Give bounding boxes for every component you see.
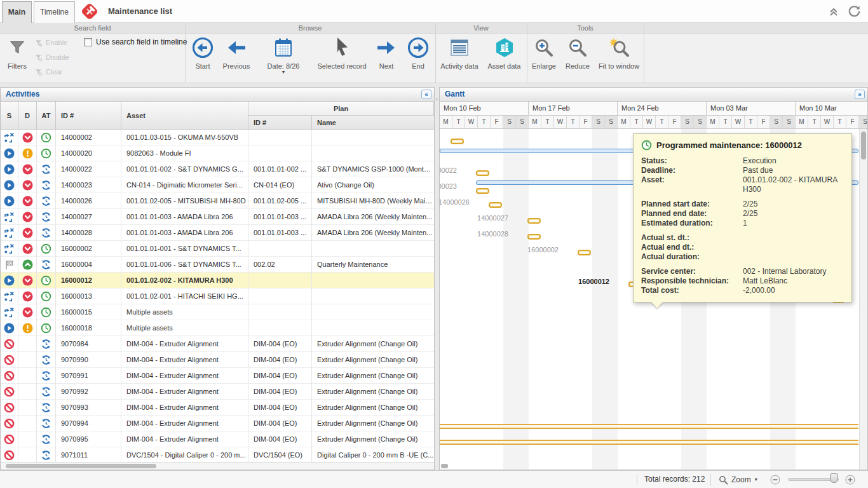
table-row[interactable]: 16000018Multiple assets bbox=[1, 320, 434, 336]
table-row[interactable]: 9070993DIM-004 - Extruder AlignmentDIM-0… bbox=[1, 400, 434, 416]
tab-main[interactable]: Main bbox=[2, 1, 32, 23]
table-row[interactable]: 9070995DIM-004 - Extruder AlignmentDIM-0… bbox=[1, 431, 434, 447]
table-row[interactable]: 16000012001.01.02-002 - KITAMURA H300 bbox=[1, 273, 434, 288]
gantt-continuous-bar[interactable] bbox=[440, 440, 858, 445]
gantt-task-bar[interactable] bbox=[527, 234, 541, 240]
column-header-at[interactable]: AT bbox=[37, 102, 56, 130]
table-row[interactable]: 16000002001.01.01-001 - S&T DYNAMICS T..… bbox=[1, 241, 434, 257]
play-status-icon bbox=[4, 196, 15, 207]
cell-status bbox=[1, 416, 18, 431]
cell-deadline bbox=[18, 320, 37, 336]
reduce-button[interactable]: Reduce bbox=[562, 35, 593, 81]
panel-splitter[interactable]: ‹ bbox=[435, 87, 439, 470]
table-row[interactable]: 14000026001.01.02-005 - MITSUBISHI MH-80… bbox=[1, 193, 434, 209]
group-label-search-field: Search field bbox=[0, 23, 185, 34]
previous-button[interactable]: Previous bbox=[217, 35, 255, 81]
table-row[interactable]: 16000013001.01.02-001 - HITACHI SEIKI HG… bbox=[1, 288, 434, 304]
gantt-day-cell: S bbox=[681, 116, 694, 129]
gantt-vscrollbar[interactable] bbox=[859, 129, 867, 470]
disable-filter-button-disabled: Disable bbox=[34, 52, 69, 62]
table-row[interactable]: 14000023CN-014 - Digimatic Micrometer Se… bbox=[1, 177, 434, 193]
table-row[interactable]: 16000015Multiple assets bbox=[1, 304, 434, 320]
selected-record-button[interactable]: Selected record bbox=[315, 35, 369, 81]
gantt-task-bar[interactable] bbox=[489, 202, 502, 208]
collapse-ribbon-icon[interactable] bbox=[827, 4, 841, 18]
table-row[interactable]: 9070991DIM-004 - Extruder AlignmentDIM-0… bbox=[1, 368, 434, 384]
filters-button[interactable]: Filters bbox=[1, 35, 33, 81]
start-button[interactable]: Start bbox=[188, 35, 217, 81]
zoom-plus-button[interactable] bbox=[845, 475, 855, 485]
collapse-activities-button[interactable]: « bbox=[421, 90, 431, 99]
gantt-day-cell: T bbox=[567, 116, 580, 129]
table-row[interactable]: 14000002001.01.03-015 - OKUMA MV-550VB bbox=[1, 130, 434, 146]
column-header-d[interactable]: D bbox=[18, 102, 37, 130]
gantt-vscroll-thumb[interactable] bbox=[861, 132, 866, 159]
gantt-task-bar[interactable] bbox=[476, 170, 489, 176]
gantt-task-bar[interactable] bbox=[578, 250, 591, 255]
recurring-clock-icon bbox=[41, 434, 51, 445]
column-header-s[interactable]: S bbox=[1, 102, 18, 130]
table-row[interactable]: 9070984DIM-004 - Extruder AlignmentDIM-0… bbox=[1, 336, 434, 352]
fit-to-window-button[interactable]: Fit to window bbox=[596, 35, 642, 81]
zoom-slider-thumb[interactable] bbox=[830, 473, 838, 483]
next-button[interactable]: Next bbox=[372, 35, 401, 81]
column-header-id[interactable]: ID # bbox=[56, 102, 121, 130]
gantt-continuous-bar[interactable] bbox=[440, 424, 858, 429]
cell-activity-type bbox=[37, 352, 56, 368]
date-dropdown-button[interactable]: Date: 8/26 ▾ bbox=[262, 35, 305, 81]
gantt-hscroll-thumb[interactable] bbox=[441, 464, 448, 468]
end-circle-arrow-icon bbox=[403, 35, 433, 60]
cell-id: 16000002 bbox=[56, 241, 121, 257]
zoom-dropdown[interactable]: Zoom ▾ bbox=[719, 471, 757, 488]
cell-activity-type bbox=[37, 177, 56, 193]
cell-activity-type bbox=[37, 241, 56, 257]
tab-timeline[interactable]: Timeline bbox=[34, 1, 75, 23]
end-button[interactable]: End bbox=[403, 35, 433, 81]
column-header-asset[interactable]: Asset bbox=[121, 102, 248, 130]
cell-asset: 001.01.02-002 - KITAMURA H300 bbox=[121, 273, 248, 288]
expand-gantt-button[interactable]: » bbox=[855, 90, 865, 99]
column-header-plan-name[interactable]: Name bbox=[312, 116, 434, 130]
checkbox-box[interactable] bbox=[84, 38, 92, 46]
cell-id: 9070984 bbox=[56, 336, 121, 352]
asset-data-button[interactable]: Asset data bbox=[483, 35, 526, 81]
gantt-task-bar[interactable] bbox=[476, 188, 489, 194]
cell-activity-type bbox=[37, 431, 56, 447]
gantt-week-label: Mon 10 Mar bbox=[796, 102, 867, 116]
table-row[interactable]: 14000027001.01.01-003 - AMADA Libra 2060… bbox=[1, 209, 434, 225]
table-row[interactable]: 16000004001.01.01-006 - S&T DYNAMICS T..… bbox=[1, 257, 434, 273]
table-row[interactable]: 140000209082063 - Module FI bbox=[1, 146, 434, 161]
table-row[interactable]: 9070994DIM-004 - Extruder AlignmentDIM-0… bbox=[1, 416, 434, 431]
cell-asset: CN-014 - Digimatic Micrometer Seri... bbox=[121, 177, 248, 193]
refresh-icon[interactable] bbox=[848, 4, 862, 18]
tooltip-field-label: Asset: bbox=[641, 175, 743, 194]
activity-data-button[interactable]: Activity data bbox=[437, 35, 482, 81]
use-search-field-checkbox[interactable]: Use search field in timeline bbox=[84, 37, 187, 46]
enlarge-button[interactable]: Enlarge bbox=[527, 35, 560, 81]
past-due-icon bbox=[22, 164, 33, 175]
activities-hscrollbar[interactable] bbox=[1, 462, 434, 470]
ribbon-toolbar: Search field Browse View Tools Filters E… bbox=[0, 23, 868, 83]
gantt-day-cell: M bbox=[529, 116, 541, 129]
gantt-task-bar[interactable] bbox=[527, 218, 541, 224]
cell-activity-type bbox=[37, 209, 56, 225]
zoom-minus-button[interactable] bbox=[770, 475, 780, 485]
cancelled-status-icon bbox=[4, 355, 15, 365]
tooltip-field-label: Planned end date: bbox=[641, 209, 743, 219]
cell-activity-type bbox=[37, 273, 56, 288]
activities-hscroll-thumb[interactable] bbox=[6, 464, 156, 468]
cell-plan-id bbox=[248, 288, 312, 304]
next-arrow-icon bbox=[372, 35, 401, 60]
cell-activity-type bbox=[37, 257, 56, 273]
table-row[interactable]: 9070992DIM-004 - Extruder AlignmentDIM-0… bbox=[1, 384, 434, 400]
table-row[interactable]: 14000022001.01.01-002 - S&T DYNAMICS G..… bbox=[1, 161, 434, 177]
column-header-plan-id[interactable]: ID # bbox=[248, 116, 312, 130]
past-due-icon bbox=[22, 243, 33, 254]
table-row[interactable]: 9070990DIM-004 - Extruder AlignmentDIM-0… bbox=[1, 352, 434, 368]
table-row[interactable]: 14000028001.01.01-003 - AMADA Libra 2060… bbox=[1, 225, 434, 241]
cell-plan-name bbox=[312, 130, 434, 146]
cell-plan-name: Extruder Alignment (Change Oil) bbox=[312, 400, 434, 416]
tooltip-field: Actual end dt.: bbox=[641, 243, 844, 252]
table-row[interactable]: 9071011DVC/1504 - Digital Caliper 0 - 20… bbox=[1, 447, 434, 463]
gantt-task-bar[interactable] bbox=[451, 139, 464, 144]
